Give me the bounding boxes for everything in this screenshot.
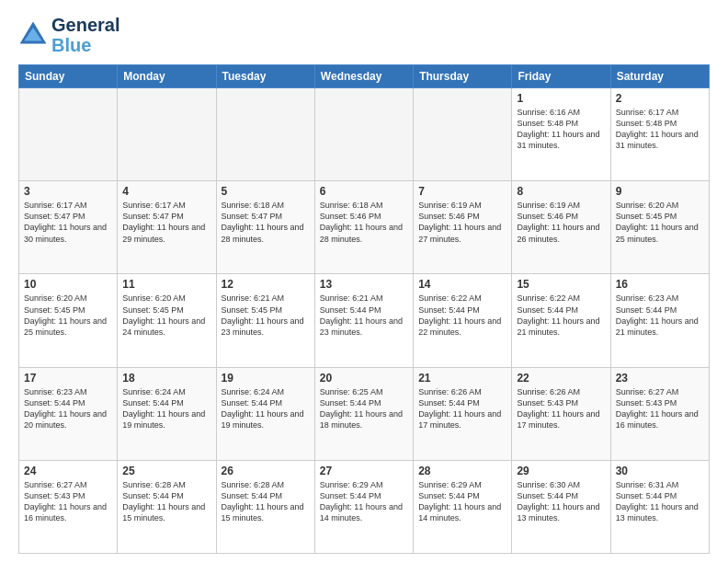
logo: General Blue xyxy=(18,15,119,55)
day-cell: 1Sunrise: 6:16 AM Sunset: 5:48 PM Daylig… xyxy=(512,88,610,181)
logo-text: General Blue xyxy=(51,15,119,55)
day-info: Sunrise: 6:17 AM Sunset: 5:47 PM Dayligh… xyxy=(122,200,210,245)
day-info: Sunrise: 6:31 AM Sunset: 5:44 PM Dayligh… xyxy=(616,479,704,524)
day-info: Sunrise: 6:29 AM Sunset: 5:44 PM Dayligh… xyxy=(418,479,506,524)
weekday-header-tuesday: Tuesday xyxy=(216,65,314,88)
day-info: Sunrise: 6:18 AM Sunset: 5:47 PM Dayligh… xyxy=(222,200,310,245)
day-cell xyxy=(414,88,512,181)
day-cell: 26Sunrise: 6:28 AM Sunset: 5:44 PM Dayli… xyxy=(216,460,314,553)
logo-line2: Blue xyxy=(51,35,91,55)
day-number: 16 xyxy=(616,278,704,291)
day-number: 15 xyxy=(517,278,605,291)
day-cell: 12Sunrise: 6:21 AM Sunset: 5:45 PM Dayli… xyxy=(216,274,314,367)
day-cell: 23Sunrise: 6:27 AM Sunset: 5:43 PM Dayli… xyxy=(610,367,709,460)
week-row-1: 1Sunrise: 6:16 AM Sunset: 5:48 PM Daylig… xyxy=(19,88,710,181)
day-number: 2 xyxy=(616,92,704,105)
day-info: Sunrise: 6:22 AM Sunset: 5:44 PM Dayligh… xyxy=(418,293,506,338)
day-info: Sunrise: 6:24 AM Sunset: 5:44 PM Dayligh… xyxy=(222,386,310,431)
weekday-header-friday: Friday xyxy=(512,65,610,88)
day-info: Sunrise: 6:16 AM Sunset: 5:48 PM Dayligh… xyxy=(517,107,605,152)
day-number: 9 xyxy=(616,185,704,198)
day-cell: 10Sunrise: 6:20 AM Sunset: 5:45 PM Dayli… xyxy=(19,274,118,367)
week-row-2: 3Sunrise: 6:17 AM Sunset: 5:47 PM Daylig… xyxy=(19,181,710,274)
calendar: SundayMondayTuesdayWednesdayThursdayFrid… xyxy=(18,64,710,554)
day-number: 13 xyxy=(320,278,408,291)
day-cell: 4Sunrise: 6:17 AM Sunset: 5:47 PM Daylig… xyxy=(118,181,216,274)
day-cell: 5Sunrise: 6:18 AM Sunset: 5:47 PM Daylig… xyxy=(216,181,314,274)
weekday-header-saturday: Saturday xyxy=(610,65,709,88)
day-info: Sunrise: 6:26 AM Sunset: 5:43 PM Dayligh… xyxy=(517,386,605,431)
day-number: 25 xyxy=(122,465,210,477)
day-info: Sunrise: 6:17 AM Sunset: 5:47 PM Dayligh… xyxy=(24,200,112,245)
day-cell: 22Sunrise: 6:26 AM Sunset: 5:43 PM Dayli… xyxy=(512,367,610,460)
day-cell: 15Sunrise: 6:22 AM Sunset: 5:44 PM Dayli… xyxy=(512,274,610,367)
day-info: Sunrise: 6:20 AM Sunset: 5:45 PM Dayligh… xyxy=(616,200,704,245)
weekday-header-monday: Monday xyxy=(118,65,216,88)
day-cell: 21Sunrise: 6:26 AM Sunset: 5:44 PM Dayli… xyxy=(414,367,512,460)
logo-icon xyxy=(18,20,48,50)
day-number: 11 xyxy=(122,278,210,291)
day-number: 23 xyxy=(616,372,704,385)
weekday-header-thursday: Thursday xyxy=(414,65,512,88)
day-info: Sunrise: 6:22 AM Sunset: 5:44 PM Dayligh… xyxy=(517,293,605,338)
day-number: 14 xyxy=(418,278,506,291)
day-cell: 17Sunrise: 6:23 AM Sunset: 5:44 PM Dayli… xyxy=(19,367,118,460)
day-info: Sunrise: 6:20 AM Sunset: 5:45 PM Dayligh… xyxy=(24,293,112,338)
day-cell: 28Sunrise: 6:29 AM Sunset: 5:44 PM Dayli… xyxy=(414,460,512,553)
weekday-header-wednesday: Wednesday xyxy=(314,65,413,88)
day-number: 12 xyxy=(222,278,310,291)
day-number: 5 xyxy=(222,185,310,198)
day-cell: 9Sunrise: 6:20 AM Sunset: 5:45 PM Daylig… xyxy=(610,181,709,274)
day-number: 22 xyxy=(517,372,605,385)
day-cell xyxy=(118,88,216,181)
day-number: 28 xyxy=(418,465,506,477)
day-info: Sunrise: 6:29 AM Sunset: 5:44 PM Dayligh… xyxy=(320,479,408,524)
day-cell: 24Sunrise: 6:27 AM Sunset: 5:43 PM Dayli… xyxy=(19,460,118,553)
page: General Blue SundayMondayTuesdayWednesda… xyxy=(0,0,728,563)
day-cell: 27Sunrise: 6:29 AM Sunset: 5:44 PM Dayli… xyxy=(314,460,413,553)
day-cell: 13Sunrise: 6:21 AM Sunset: 5:44 PM Dayli… xyxy=(314,274,413,367)
day-number: 4 xyxy=(122,185,210,198)
day-cell: 7Sunrise: 6:19 AM Sunset: 5:46 PM Daylig… xyxy=(414,181,512,274)
day-number: 1 xyxy=(517,92,605,105)
day-number: 8 xyxy=(517,185,605,198)
day-cell: 25Sunrise: 6:28 AM Sunset: 5:44 PM Dayli… xyxy=(118,460,216,553)
day-info: Sunrise: 6:25 AM Sunset: 5:44 PM Dayligh… xyxy=(320,386,408,431)
day-info: Sunrise: 6:17 AM Sunset: 5:48 PM Dayligh… xyxy=(616,107,704,152)
day-cell xyxy=(314,88,413,181)
day-cell: 19Sunrise: 6:24 AM Sunset: 5:44 PM Dayli… xyxy=(216,367,314,460)
day-cell: 11Sunrise: 6:20 AM Sunset: 5:45 PM Dayli… xyxy=(118,274,216,367)
day-cell xyxy=(216,88,314,181)
day-info: Sunrise: 6:20 AM Sunset: 5:45 PM Dayligh… xyxy=(122,293,210,338)
day-info: Sunrise: 6:24 AM Sunset: 5:44 PM Dayligh… xyxy=(122,386,210,431)
day-cell: 6Sunrise: 6:18 AM Sunset: 5:46 PM Daylig… xyxy=(314,181,413,274)
day-info: Sunrise: 6:21 AM Sunset: 5:44 PM Dayligh… xyxy=(320,293,408,338)
day-cell: 2Sunrise: 6:17 AM Sunset: 5:48 PM Daylig… xyxy=(610,88,709,181)
day-cell: 18Sunrise: 6:24 AM Sunset: 5:44 PM Dayli… xyxy=(118,367,216,460)
logo-line1: General xyxy=(51,15,119,35)
day-number: 29 xyxy=(517,465,605,477)
day-cell: 3Sunrise: 6:17 AM Sunset: 5:47 PM Daylig… xyxy=(19,181,118,274)
day-info: Sunrise: 6:19 AM Sunset: 5:46 PM Dayligh… xyxy=(418,200,506,245)
day-cell: 29Sunrise: 6:30 AM Sunset: 5:44 PM Dayli… xyxy=(512,460,610,553)
day-info: Sunrise: 6:28 AM Sunset: 5:44 PM Dayligh… xyxy=(222,479,310,524)
day-info: Sunrise: 6:27 AM Sunset: 5:43 PM Dayligh… xyxy=(24,479,112,524)
day-number: 30 xyxy=(616,465,704,477)
day-cell: 30Sunrise: 6:31 AM Sunset: 5:44 PM Dayli… xyxy=(610,460,709,553)
day-number: 6 xyxy=(320,185,408,198)
day-info: Sunrise: 6:30 AM Sunset: 5:44 PM Dayligh… xyxy=(517,479,605,524)
day-cell: 14Sunrise: 6:22 AM Sunset: 5:44 PM Dayli… xyxy=(414,274,512,367)
day-number: 24 xyxy=(24,465,112,477)
day-number: 18 xyxy=(122,372,210,385)
day-cell: 16Sunrise: 6:23 AM Sunset: 5:44 PM Dayli… xyxy=(610,274,709,367)
day-cell: 20Sunrise: 6:25 AM Sunset: 5:44 PM Dayli… xyxy=(314,367,413,460)
day-number: 26 xyxy=(222,465,310,477)
week-row-5: 24Sunrise: 6:27 AM Sunset: 5:43 PM Dayli… xyxy=(19,460,710,553)
day-number: 10 xyxy=(24,278,112,291)
day-cell xyxy=(19,88,118,181)
day-number: 21 xyxy=(418,372,506,385)
day-number: 19 xyxy=(222,372,310,385)
day-cell: 8Sunrise: 6:19 AM Sunset: 5:46 PM Daylig… xyxy=(512,181,610,274)
day-number: 7 xyxy=(418,185,506,198)
day-info: Sunrise: 6:23 AM Sunset: 5:44 PM Dayligh… xyxy=(24,386,112,431)
